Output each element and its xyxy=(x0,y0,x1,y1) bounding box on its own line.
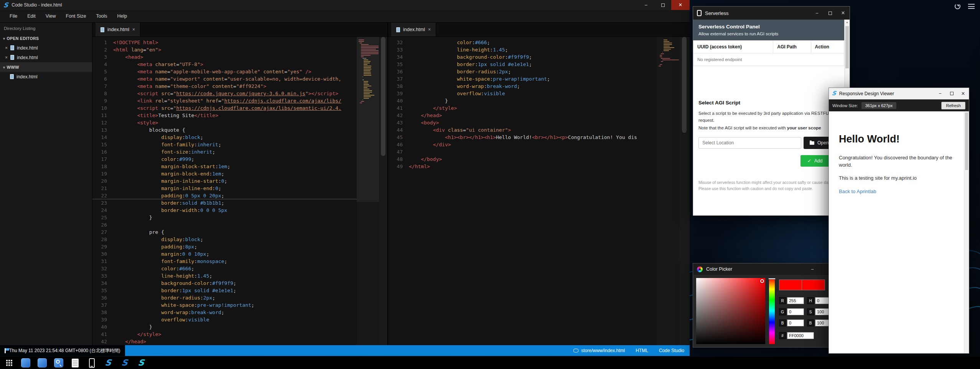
picker-label-G: G xyxy=(779,308,786,315)
close-icon[interactable] xyxy=(5,46,8,50)
picker-input-G[interactable] xyxy=(787,308,804,315)
taskbar-icon-phone[interactable] xyxy=(86,357,97,369)
endpoint-table: UUID (access token)AGI PathAction No reg… xyxy=(693,40,844,66)
status-app-name[interactable]: Code Studio xyxy=(659,348,684,353)
minimize-button[interactable] xyxy=(810,7,824,20)
scrollbar-thumb[interactable] xyxy=(845,26,849,68)
line-number: 37 xyxy=(92,301,113,309)
color-picker-title-bar[interactable]: Color Picker xyxy=(693,263,838,275)
status-file-type[interactable]: HTML xyxy=(636,348,648,353)
picker-input-R[interactable] xyxy=(787,297,804,304)
tab-index-html[interactable]: index.html xyxy=(391,23,436,36)
viewer-scrollbar[interactable] xyxy=(964,112,969,353)
previous-color-swatch[interactable] xyxy=(802,280,825,290)
serverless-title-bar[interactable]: Serverless xyxy=(693,7,850,20)
scrollbar-2[interactable] xyxy=(679,37,690,345)
line-number: 33 xyxy=(92,272,113,280)
taskbar-icon-code-studio[interactable]: S xyxy=(102,357,114,369)
menu-file[interactable]: File xyxy=(5,10,22,22)
close-button[interactable] xyxy=(671,0,690,10)
tab-index-html[interactable]: index.html xyxy=(96,23,140,36)
menu-help[interactable]: Help xyxy=(112,10,132,22)
refresh-icon[interactable] xyxy=(955,3,960,9)
viewer-title-bar[interactable]: S Responsive Design Viewer xyxy=(829,88,969,99)
color-swatches xyxy=(779,280,825,290)
taskbar-icon-code-studio[interactable]: S xyxy=(119,357,130,369)
maximize-button[interactable] xyxy=(946,88,957,99)
window-size-value[interactable]: 361px x 627px xyxy=(861,102,897,109)
code-line-39: 39 overflow:visible xyxy=(92,316,357,323)
close-tab-icon[interactable] xyxy=(428,27,431,32)
scrollbar-thumb[interactable] xyxy=(682,37,687,133)
current-color-swatch[interactable] xyxy=(779,280,802,290)
line-number: 49 xyxy=(388,163,409,170)
status-file-path[interactable]: store/www/index.html xyxy=(573,348,625,353)
close-button[interactable] xyxy=(957,88,969,99)
close-tab-icon[interactable] xyxy=(132,27,135,32)
close-button[interactable] xyxy=(837,7,850,20)
file-item-index.html[interactable]: index.html xyxy=(0,53,92,62)
menu-tools[interactable]: Tools xyxy=(91,10,112,22)
minimap-2[interactable] xyxy=(657,37,679,345)
maximize-button[interactable] xyxy=(824,7,837,20)
menu-font-size[interactable]: Font Size xyxy=(61,10,91,22)
code-line-21: 21 margin-inline-end:0; xyxy=(92,185,357,192)
phone-icon xyxy=(89,358,95,368)
title-bar[interactable]: S Code Studio - index.html xyxy=(0,0,690,10)
taskbar-icon-start-grid[interactable] xyxy=(3,357,15,369)
code-studio-logo-icon: S xyxy=(832,91,837,96)
minimize-button[interactable] xyxy=(934,88,946,99)
hex-input[interactable] xyxy=(787,332,814,339)
scrollbar-1[interactable] xyxy=(379,37,387,345)
code-editor-1[interactable]: 1<!DOCTYPE html>2<html lang="en">3 <head… xyxy=(92,37,357,345)
taskbar-icon-window[interactable] xyxy=(36,357,48,369)
menu-icon[interactable] xyxy=(968,4,975,9)
taskbar-icon-window[interactable] xyxy=(20,357,31,369)
code-line-30: 30 margin:0 0 10px; xyxy=(92,250,357,258)
taskbar-icon-search-window[interactable] xyxy=(53,357,64,369)
chevron-down-icon xyxy=(3,36,5,41)
file-item-index.html[interactable]: index.html xyxy=(0,43,92,53)
minimap-1[interactable] xyxy=(357,37,379,345)
hue-slider-thumb[interactable] xyxy=(768,278,776,280)
taskbar-icon-document[interactable] xyxy=(69,357,81,369)
code-line-36: 36 border-radius:2px; xyxy=(92,294,357,301)
menu-view[interactable]: View xyxy=(41,10,61,22)
code-editor-2[interactable]: 32 color:#666;33 line-height:1.45;34 bac… xyxy=(388,37,657,345)
line-number: 3 xyxy=(92,53,113,61)
scrollbar-thumb[interactable] xyxy=(381,37,385,156)
line-number: 47 xyxy=(388,148,409,156)
folder-header-www[interactable]: WWW xyxy=(0,62,92,72)
taskbar-icon-code-studio[interactable]: S xyxy=(135,357,147,369)
line-number: 43 xyxy=(388,119,409,126)
line-number: 31 xyxy=(92,258,113,265)
table-header: AGI Path xyxy=(773,41,811,53)
line-number: 32 xyxy=(92,265,113,272)
line-number: 42 xyxy=(388,112,409,119)
close-icon[interactable] xyxy=(5,55,8,60)
flag-icon xyxy=(5,348,6,353)
script-location-input[interactable] xyxy=(698,137,801,149)
device-icon xyxy=(697,10,702,16)
minimize-button[interactable] xyxy=(637,0,654,10)
line-number: 26 xyxy=(92,221,113,228)
saturation-field[interactable] xyxy=(696,278,765,344)
scrollbar-thumb[interactable] xyxy=(965,113,968,170)
line-number: 24 xyxy=(92,207,113,214)
refresh-button[interactable]: Refresh xyxy=(941,102,965,109)
code-line-25: 25 } xyxy=(92,214,357,221)
preview-page: Hello World! Congratulation! You discove… xyxy=(829,112,969,195)
line-number: 36 xyxy=(92,294,113,301)
line-number: 8 xyxy=(92,90,113,97)
back-to-aprintlab-link[interactable]: Back to Aprintlab xyxy=(839,189,876,194)
picker-input-B[interactable] xyxy=(787,319,804,326)
code-line-24: 24 border-width:0 0 0 5px xyxy=(92,207,357,214)
saturation-cursor[interactable] xyxy=(760,279,764,283)
menu-edit[interactable]: Edit xyxy=(22,10,41,22)
restore-button[interactable] xyxy=(654,0,671,10)
minimize-button[interactable] xyxy=(806,263,819,275)
hue-slider[interactable] xyxy=(769,278,775,344)
file-item-index.html[interactable]: index.html xyxy=(0,72,92,81)
window-icon xyxy=(38,358,47,367)
open-editors-header[interactable]: OPEN EDITORS xyxy=(0,33,92,43)
